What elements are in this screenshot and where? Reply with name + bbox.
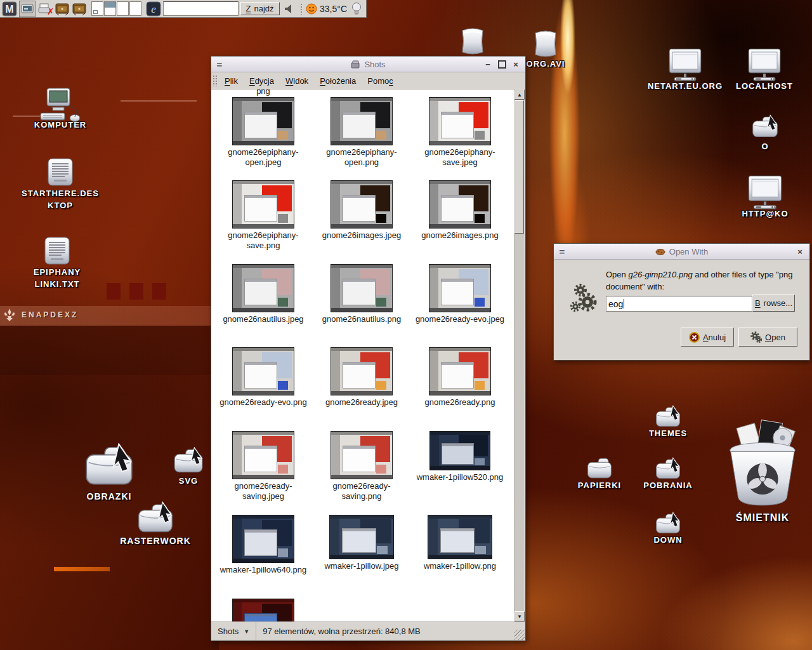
scroll-down-button[interactable]: ▼ — [514, 611, 525, 621]
desktop-icon-label-httpko[interactable]: HTTP@KO — [708, 208, 812, 220]
search-input[interactable] — [163, 1, 239, 16]
svg-text:M: M — [5, 4, 13, 15]
workspace-4[interactable] — [129, 1, 141, 16]
desktop-icon-obrazki[interactable] — [83, 443, 135, 486]
dialog-titlebar[interactable]: = Open With × — [554, 244, 809, 260]
desktop-icon-papierki[interactable] — [586, 457, 613, 480]
file-name: gnome26epiphany-open.png — [314, 147, 409, 168]
menu-widok[interactable]: Widok — [280, 74, 314, 88]
menu-położenia[interactable]: Położenia — [314, 74, 362, 88]
file-item[interactable]: gnome26epiphany-save.jpeg — [412, 97, 508, 168]
file-item[interactable]: gnome26epiphany-open.png — [314, 97, 409, 168]
desktop-icon-label-localhost[interactable]: LOCALHOST — [707, 81, 812, 93]
desktop-icon-label-pobrania[interactable]: POBRANIA — [611, 480, 725, 492]
file-item[interactable]: wmaker-1pillow640.png — [216, 515, 311, 575]
file-thumbnail — [232, 347, 294, 395]
file-item[interactable]: wmaker-1pillow520.png — [412, 431, 508, 482]
desktop-icon-starthere[interactable] — [46, 157, 74, 187]
desktop-icon-down[interactable] — [655, 512, 681, 534]
desktop-icon-label-epiphany[interactable]: EPIPHANY LINKI.TXT — [0, 267, 114, 291]
scrollbar-thumb[interactable] — [514, 100, 524, 234]
workspace-1[interactable] — [91, 1, 103, 16]
file-item[interactable]: gnome26images.jpeg — [314, 180, 409, 241]
file-item[interactable]: gnome26epiphany-open.jpeg — [216, 97, 311, 168]
desktop-icon-label-o[interactable]: O — [708, 141, 812, 153]
file-item[interactable]: gnome26nautilus.jpeg — [216, 264, 311, 324]
icon-view[interactable]: png gnome26epiphany-open.jpeggnome26epip… — [211, 90, 514, 621]
file-item[interactable]: gnome26ready-evo.jpeg — [412, 264, 508, 324]
desktop-icon-localhost[interactable] — [747, 48, 782, 81]
desktop-icon-epiphany[interactable] — [43, 236, 71, 265]
svg-text:✗: ✗ — [47, 6, 53, 16]
desktop-icon-netart[interactable] — [668, 48, 702, 81]
file-item[interactable]: gnome26nautilus.png — [314, 264, 409, 324]
vertical-scrollbar[interactable]: ▲ ▼ — [514, 90, 525, 621]
desktop-icon-smietnik[interactable] — [722, 419, 803, 509]
minimize-button[interactable]: − — [482, 59, 494, 69]
open-button[interactable]: Open — [738, 328, 797, 347]
desktop-icon-jar1[interactable] — [458, 27, 487, 56]
applet-handle[interactable] — [300, 3, 303, 15]
desktop-icon-themes[interactable] — [655, 405, 681, 428]
dialog-menu-icon[interactable]: = — [554, 246, 570, 257]
desktop-icon-komputer[interactable] — [37, 88, 84, 123]
file-item[interactable]: gnome26ready-saving.jpeg — [216, 431, 311, 501]
printer-stop-icon[interactable]: ✗ — [37, 1, 53, 17]
workspace-pager[interactable] — [91, 1, 141, 16]
file-item[interactable]: gnome26ready.png — [412, 347, 508, 408]
drawer-icon-2[interactable] — [72, 1, 87, 17]
scroll-up-button[interactable]: ▲ — [514, 90, 525, 100]
menu-edycja[interactable]: Edycja — [244, 74, 280, 88]
location-dropdown[interactable]: Shots▼ — [211, 622, 256, 640]
volume-icon[interactable] — [282, 1, 297, 17]
wallpaper-bar — [54, 567, 110, 571]
desktop-icon-label-rasterwork[interactable]: RASTERWORK — [98, 534, 213, 547]
browse-button[interactable]: Browse... — [752, 295, 795, 312]
desktop-icon-httpko[interactable] — [747, 175, 783, 209]
desktop-icon-pobrania[interactable] — [655, 457, 681, 480]
file-item[interactable]: gnome26ready-saving.png — [314, 431, 409, 501]
menubar-handle[interactable] — [213, 75, 218, 86]
close-button[interactable]: × — [510, 59, 521, 69]
cancel-button[interactable]: Anuluj — [681, 328, 734, 347]
desktop-icon-o[interactable] — [751, 114, 779, 138]
window-title: Shots — [211, 60, 525, 69]
file-item[interactable]: gnome26ready.jpeg — [314, 347, 409, 408]
dialog-close-button[interactable]: × — [794, 246, 806, 256]
desktop-icon-orgavi[interactable] — [531, 29, 560, 58]
desktop-icon-label-starthere[interactable]: STARTHERE.DES KTOP — [3, 188, 117, 212]
file-item[interactable]: gnome26ready-evo.png — [216, 347, 311, 408]
file-item[interactable]: wmaker-1pillow.png — [412, 515, 508, 571]
temperature-applet[interactable]: 33,5°C — [306, 3, 347, 15]
terminal-launcher-icon[interactable] — [19, 1, 36, 17]
desktop-icon-svg[interactable] — [173, 447, 204, 474]
wallpaper-corner — [0, 375, 219, 650]
desktop-icon-rasterwork[interactable] — [136, 501, 174, 533]
maximize-button[interactable] — [496, 59, 508, 69]
application-input[interactable]: eog — [606, 296, 752, 312]
file-item[interactable]: gnome26images.png — [412, 180, 508, 241]
lightbulb-icon[interactable] — [349, 1, 364, 17]
app-m-launcher-icon[interactable]: M — [2, 1, 17, 17]
file-name: gnome26images.png — [412, 230, 508, 241]
file-item[interactable]: gnome26epiphany-save.png — [216, 180, 311, 251]
desktop-icon-label-themes[interactable]: THEMES — [611, 428, 725, 440]
workspace-3[interactable] — [117, 1, 129, 16]
epiphany-launcher-icon[interactable]: e — [146, 1, 161, 17]
file-name: gnome26nautilus.jpeg — [216, 314, 311, 324]
menu-pomoc[interactable]: Pomoc — [362, 74, 398, 88]
drawer-icon[interactable] — [55, 1, 70, 17]
desktop-icon-label-down[interactable]: DOWN — [611, 534, 725, 547]
window-menu-icon[interactable]: = — [211, 59, 228, 70]
file-item[interactable] — [216, 599, 311, 621]
clipped-file-label[interactable]: png — [216, 90, 311, 96]
desktop-icon-label-smietnik[interactable]: ŚMIETNIK — [705, 510, 812, 525]
file-thumbnail — [329, 515, 394, 559]
file-item[interactable]: wmaker-1pillow.jpeg — [314, 515, 409, 571]
workspace-2[interactable] — [104, 1, 116, 16]
shots-titlebar[interactable]: = Shots − × — [211, 56, 525, 72]
file-name: gnome26ready-evo.png — [216, 397, 311, 408]
resize-grip[interactable] — [514, 630, 525, 640]
menu-plik[interactable]: Plik — [219, 74, 244, 88]
find-button[interactable]: Znajdź — [240, 2, 280, 15]
